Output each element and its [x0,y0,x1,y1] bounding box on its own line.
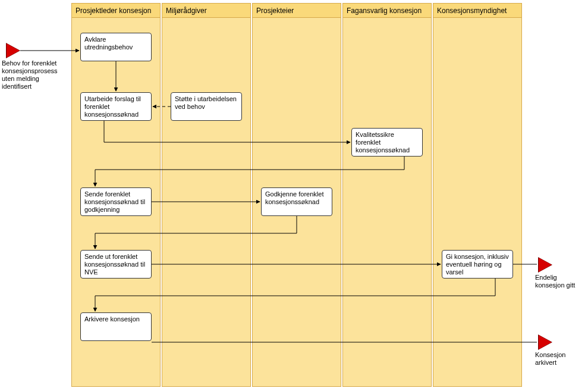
start-event-label: Behov for forenklet konsesjonsprosess ut… [2,60,67,90]
lane-header: Konsesjonsmyndighet [433,4,521,18]
task-sende-nve: Sende ut forenklet konsesjonssøknad til … [80,250,152,279]
start-event-icon-fill [7,43,20,58]
lane-header: Miljørådgiver [162,4,250,18]
end-event-2-label: Konsesjon arkivert [535,351,586,367]
end-event-1-label: Endelig konsesjon gitt [535,274,586,289]
task-avklare-utredningsbehov: Avklare utredningsbehov [80,33,152,61]
task-arkivere: Arkivere konsesjon [80,312,152,341]
lane-konsesjonsmyndighet: Konsesjonsmyndighet [433,3,522,387]
end-event-1-icon-fill [539,258,552,272]
task-kvalitetssikre: Kvalitetssikre forenklet konsesjonssøkna… [351,128,423,157]
task-stotte-utarbeidelse: Støtte i utarbeidelsen ved behov [171,92,242,121]
lane-header: Prosjektleder konsesjon [72,4,160,18]
lane-header: Prosjekteier [253,4,341,18]
lane-miljoradgiver: Miljørådgiver [162,3,251,387]
task-utarbeide-forslag: Utarbeide forslag til forenklet konsesjo… [80,92,152,121]
task-godkjenne: Godkjenne forenklet konsesjonssøknad [261,187,332,216]
lane-fagansvarlig: Fagansvarlig konsesjon [342,3,432,387]
task-gi-konsesjon: Gi konsesjon, inklusiv eventuell høring … [442,250,513,279]
task-sende-godkjenning: Sende forenklet konsesjonssøknad til god… [80,187,152,216]
lane-header: Fagansvarlig konsesjon [343,4,431,18]
end-event-2-icon-fill [539,335,552,349]
